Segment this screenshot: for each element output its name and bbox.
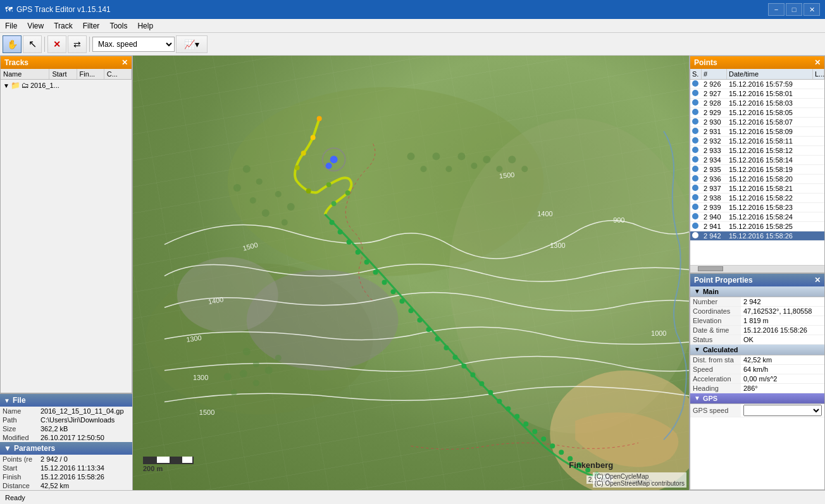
svg-point-27 [417, 317, 422, 323]
props-close-icon[interactable]: ✕ [814, 276, 821, 285]
params-points-value: 2 942 / 0 [38, 455, 132, 464]
point-dot-14 [690, 212, 702, 221]
menu-track[interactable]: Track [49, 19, 78, 32]
analysis-dropdown[interactable]: Max. speed Speed Elevation Distance [92, 37, 175, 52]
menu-tools[interactable]: Tools [104, 19, 132, 32]
gps-speed-dropdown[interactable] [743, 405, 822, 416]
point-dot-10 [690, 175, 702, 183]
svg-point-86 [275, 355, 282, 361]
svg-point-15 [330, 156, 338, 163]
main-section-header[interactable]: ▼ Main [690, 286, 824, 297]
point-row-2[interactable]: 2 928 15.12.2016 15:58:03 [690, 99, 824, 108]
hand-tool-button[interactable]: ✋ [3, 35, 22, 53]
params-section-header[interactable]: ▼ Parameters [0, 442, 132, 455]
svg-point-83 [240, 370, 247, 378]
svg-point-24 [391, 289, 396, 294]
prop-elevation-row: Elevation 1 819 m [690, 316, 824, 325]
menu-view[interactable]: View [22, 19, 49, 32]
point-dot-12 [690, 194, 702, 202]
file-section-header[interactable]: ▼ File [0, 394, 132, 407]
point-row-12[interactable]: 2 938 15.12.2016 15:58:22 [690, 194, 824, 203]
params-distance-row: Distance 42,52 km [0, 481, 132, 490]
point-row-7[interactable]: 2 933 15.12.2016 15:58:12 [690, 146, 824, 156]
minimize-button[interactable]: − [768, 3, 785, 16]
point-dot-8 [690, 156, 702, 164]
point-row-6[interactable]: 2 932 15.12.2016 15:58:11 [690, 137, 824, 146]
point-row-16[interactable]: 2 942 15.12.2016 15:58:26 [690, 231, 824, 241]
point-row-10[interactable]: 2 936 15.12.2016 15:58:20 [690, 175, 824, 184]
calculated-section-content: Dist. from sta 42,52 km Speed 64 km/h Ac… [690, 355, 824, 393]
point-num-16: 2 942 [702, 231, 727, 240]
toolbar-separator-1 [44, 37, 45, 52]
svg-point-81 [243, 348, 251, 355]
menu-file[interactable]: File [0, 19, 22, 32]
points-close-icon[interactable]: ✕ [814, 58, 821, 67]
map-attribution: (C) OpenCycleMap (C) OpenStreetMap contr… [593, 472, 686, 488]
point-row-11[interactable]: 2 937 15.12.2016 15:58:21 [690, 184, 824, 194]
close-button[interactable]: ✕ [803, 3, 820, 16]
select-tool-button[interactable]: ↖ [23, 35, 42, 53]
point-num-7: 2 933 [702, 146, 727, 155]
point-row-15[interactable]: 2 941 15.12.2016 15:58:25 [690, 222, 824, 231]
menu-help[interactable]: Help [132, 19, 158, 32]
svg-text:Finkenberg: Finkenberg [569, 460, 613, 470]
svg-point-11 [326, 182, 332, 187]
main-props-table: Number 2 942 Coordinates 47,162532°, 11,… [690, 297, 824, 345]
point-row-0[interactable]: 2 926 15.12.2016 15:57:59 [690, 80, 824, 89]
point-dt-16: 15.12.2016 15:58:26 [727, 231, 824, 240]
svg-point-41 [541, 436, 546, 441]
chart-button[interactable]: 📈▾ [176, 35, 208, 53]
svg-point-43 [559, 450, 564, 455]
point-row-5[interactable]: 2 931 15.12.2016 15:58:09 [690, 127, 824, 137]
menu-filter[interactable]: Filter [78, 19, 105, 32]
point-properties-panel: Point Properties ✕ ▼ Main Number 2 942 [690, 273, 825, 491]
svg-point-22 [373, 270, 378, 275]
calculated-section-header[interactable]: ▼ Calculated [690, 345, 824, 355]
point-row-1[interactable]: 2 927 15.12.2016 15:58:01 [690, 89, 824, 99]
maximize-button[interactable]: □ [786, 3, 802, 16]
track-item-0[interactable]: ▼ 📁 🗂 2016_1... [1, 80, 132, 91]
prop-accel-row: Acceleration 0,00 m/s^2 [690, 374, 824, 383]
gps-section-header[interactable]: ▼ GPS [690, 393, 824, 404]
scale-bar: 200 m [143, 457, 194, 472]
svg-point-74 [445, 166, 452, 172]
params-start-row: Start 15.12.2016 11:13:34 [0, 464, 132, 472]
map-area[interactable]: 1500 1400 1300 1300 1500 1500 1400 1300 … [133, 56, 689, 490]
points-scrollbar[interactable] [690, 265, 824, 273]
point-dt-14: 15.12.2016 15:58:24 [727, 212, 824, 221]
calc-collapse-icon: ▼ [694, 346, 700, 353]
point-row-13[interactable]: 2 939 15.12.2016 15:58:23 [690, 203, 824, 212]
svg-point-37 [506, 407, 511, 412]
h-scroll-thumb[interactable] [698, 266, 723, 271]
point-dt-9: 15.12.2016 15:58:19 [727, 165, 824, 174]
status-bar: Ready [0, 490, 825, 504]
svg-point-63 [243, 165, 251, 173]
prop-gpsspeed-label: GPS speed [690, 404, 741, 417]
main-area: Tracks ✕ Name Start Fin... C... ▼ 📁 🗂 20… [0, 56, 825, 490]
delete-tool-button[interactable]: ✕ [47, 35, 66, 53]
svg-point-69 [287, 203, 295, 211]
prop-datetime-label: Date & time [690, 325, 741, 335]
point-dt-0: 15.12.2016 15:57:59 [727, 80, 824, 89]
point-dot-11 [690, 184, 702, 193]
gps-collapse-icon: ▼ [694, 395, 700, 402]
point-row-8[interactable]: 2 934 15.12.2016 15:58:14 [690, 156, 824, 165]
point-row-9[interactable]: 2 935 15.12.2016 15:58:19 [690, 165, 824, 175]
point-row-4[interactable]: 2 930 15.12.2016 15:58:07 [690, 118, 824, 127]
file-modified-row: Modified 26.10.2017 12:50:50 [0, 433, 132, 442]
points-title: Points [694, 58, 717, 67]
svg-point-66 [250, 197, 256, 204]
svg-point-38 [514, 414, 519, 419]
svg-point-35 [488, 390, 493, 395]
point-num-11: 2 937 [702, 184, 727, 193]
svg-point-42 [550, 443, 555, 448]
point-num-12: 2 938 [702, 194, 727, 202]
split-tool-button[interactable]: ⇄ [68, 35, 87, 53]
point-row-3[interactable]: 2 929 15.12.2016 15:58:05 [690, 108, 824, 118]
svg-point-82 [253, 361, 259, 367]
point-row-14[interactable]: 2 940 15.12.2016 15:58:24 [690, 212, 824, 222]
point-dot-2 [690, 99, 702, 108]
point-dt-2: 15.12.2016 15:58:03 [727, 99, 824, 108]
track-name: 2016_1... [30, 82, 59, 89]
tracks-close-icon[interactable]: ✕ [121, 58, 128, 67]
